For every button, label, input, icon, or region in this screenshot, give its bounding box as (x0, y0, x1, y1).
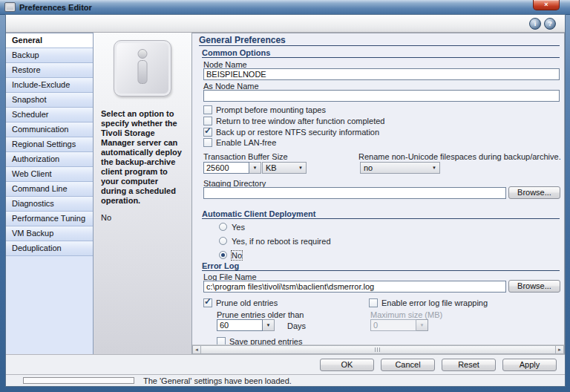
checkbox-label: Enable LAN-free (216, 138, 276, 147)
checkbox-label: Return to tree window after function com… (216, 117, 384, 125)
staging-browse-button[interactable]: Browse... (508, 186, 560, 199)
maximum-size-label: Maximum size (MB) (370, 310, 442, 319)
as-node-name-input[interactable] (203, 90, 560, 102)
radio-label: No (232, 251, 242, 260)
chevron-down-icon: ▼ (266, 323, 271, 327)
chevron-down-icon: ▼ (253, 166, 258, 170)
checkbox-box[interactable] (369, 298, 378, 307)
scroll-right-button[interactable]: ► (555, 345, 564, 354)
checkbox-box[interactable] (203, 105, 212, 114)
checkbox-label: Enable error log file wrapping (381, 298, 488, 307)
sidebar-item-include-exclude[interactable]: Include-Exclude (6, 78, 93, 93)
help-button[interactable]: ? (544, 18, 556, 30)
prune-days-combo[interactable]: ▼ (217, 319, 275, 331)
sidebar-item-command-line[interactable]: Command Line (6, 182, 93, 197)
checkbox-label: Prompt before mounting tapes (216, 105, 326, 114)
sidebar-item-restore[interactable]: Restore (6, 63, 93, 78)
checkbox-box[interactable]: ✓ (203, 128, 212, 137)
main-panel: General Preferences Common Options Node … (192, 33, 565, 354)
transaction-buffer-label: Transaction Buffer Size (203, 152, 288, 161)
close-button[interactable]: × (533, 0, 560, 10)
checkbox-box[interactable] (203, 117, 212, 125)
sidebar-item-scheduler[interactable]: Scheduler (6, 108, 93, 122)
sidebar-item-regional-settings[interactable]: Regional Settings (6, 137, 93, 152)
check-icon: ✓ (204, 296, 212, 307)
section-auto-deployment: Automatic Client Deployment (202, 209, 315, 218)
sidebar-item-communication[interactable]: Communication (6, 122, 93, 137)
checkbox-prompt-mounting-tapes[interactable]: Prompt before mounting tapes (203, 105, 326, 114)
check-icon: ✓ (204, 125, 212, 136)
section-common-options: Common Options (202, 48, 270, 57)
auto-deployment-rule (202, 218, 560, 219)
radio-button[interactable] (219, 237, 227, 245)
title-rule (199, 45, 560, 46)
cancel-button[interactable]: Cancel (381, 359, 435, 371)
status-bar: The 'General' settings have been loaded. (6, 374, 565, 386)
prune-days-input[interactable] (217, 319, 263, 331)
checkbox-prune-old-entries[interactable]: ✓ Prune old entries (203, 298, 278, 307)
sidebar-item-general[interactable]: General (6, 33, 93, 48)
log-file-name-input[interactable] (203, 281, 506, 293)
horizontal-scrollbar[interactable]: ◄ ► (192, 344, 564, 354)
reset-button[interactable]: Reset (442, 359, 496, 371)
info-button[interactable]: i (529, 18, 541, 30)
sidebar-item-deduplication[interactable]: Deduplication (6, 241, 93, 256)
checkbox-enable-lan-free[interactable]: Enable LAN-free (203, 137, 276, 147)
prune-days-dropdown-button[interactable]: ▼ (263, 319, 275, 331)
days-label: Days (287, 321, 306, 330)
titlebar[interactable]: Preferences Editor × (0, 0, 570, 15)
log-file-browse-button[interactable]: Browse... (508, 280, 560, 293)
transaction-buffer-dropdown-button[interactable]: ▼ (249, 162, 261, 174)
node-name-input[interactable] (203, 68, 560, 80)
sidebar-item-web-client[interactable]: Web Client (6, 167, 93, 182)
window-title: Preferences Editor (19, 3, 92, 12)
sidebar-item-backup[interactable]: Backup (6, 48, 93, 63)
rename-unicode-dropdown[interactable]: no ▼ (360, 162, 440, 174)
sidebar-item-snapshot[interactable]: Snapshot (6, 93, 93, 108)
checkbox-error-log-wrapping[interactable]: Enable error log file wrapping (369, 298, 488, 307)
sidebar-item-vm-backup[interactable]: VM Backup (6, 226, 93, 241)
info-tile-icon (114, 40, 171, 97)
section-error-log: Error Log (202, 261, 239, 270)
chevron-down-icon: ▼ (298, 166, 303, 170)
buffer-unit-value: KB (266, 163, 277, 172)
transaction-buffer-input[interactable] (203, 162, 249, 174)
scroll-right-icon: ► (557, 347, 562, 352)
toolbar: i ? (6, 15, 565, 33)
checkbox-label: Prune old entries (216, 298, 278, 307)
thumb-grip-icon (375, 347, 381, 352)
radio-button[interactable] (219, 251, 227, 259)
info-glyph-stem (138, 60, 148, 84)
chevron-down-icon: ▼ (420, 323, 425, 327)
sidebar-item-diagnostics[interactable]: Diagnostics (6, 197, 93, 212)
radio-deployment-yes-no-reboot[interactable]: Yes, if no reboot is required (219, 236, 331, 246)
max-size-input (370, 319, 416, 331)
page-title: General Preferences (199, 35, 286, 45)
buffer-unit-dropdown[interactable]: KB ▼ (262, 162, 307, 174)
apply-button[interactable]: Apply (502, 359, 557, 371)
radio-button[interactable] (219, 223, 227, 231)
checkbox-box[interactable]: ✓ (203, 298, 212, 307)
common-options-rule (202, 57, 560, 58)
app-icon (4, 2, 16, 12)
sidebar-item-authorization[interactable]: Authorization (6, 152, 93, 167)
info-current-value: No (101, 213, 184, 222)
sidebar-item-performance-tuning[interactable]: Performance Tuning (6, 212, 93, 226)
staging-directory-input[interactable] (203, 187, 506, 199)
radio-deployment-yes[interactable]: Yes (219, 222, 245, 232)
button-bar: OK Cancel Reset Apply (6, 354, 565, 374)
transaction-buffer-combo[interactable]: ▼ (203, 162, 261, 174)
checkbox-return-to-tree[interactable]: Return to tree window after function com… (203, 116, 384, 125)
ok-button[interactable]: OK (320, 359, 374, 371)
scrollbar-thumb[interactable] (201, 345, 555, 354)
scroll-left-button[interactable]: ◄ (192, 345, 201, 354)
checkbox-ntfs-security[interactable]: ✓ Back up or restore NTFS security infor… (203, 127, 379, 137)
checkbox-label: Back up or restore NTFS security informa… (216, 128, 379, 137)
checkbox-box[interactable] (203, 138, 212, 147)
help-icon: ? (548, 20, 552, 27)
radio-deployment-no[interactable]: No (219, 250, 242, 260)
rename-unicode-label: Rename non-Unicode filespaces during bac… (358, 152, 561, 161)
rename-unicode-value: no (364, 163, 373, 172)
info-icon: i (534, 20, 537, 27)
radio-label: Yes, if no reboot is required (232, 237, 331, 246)
